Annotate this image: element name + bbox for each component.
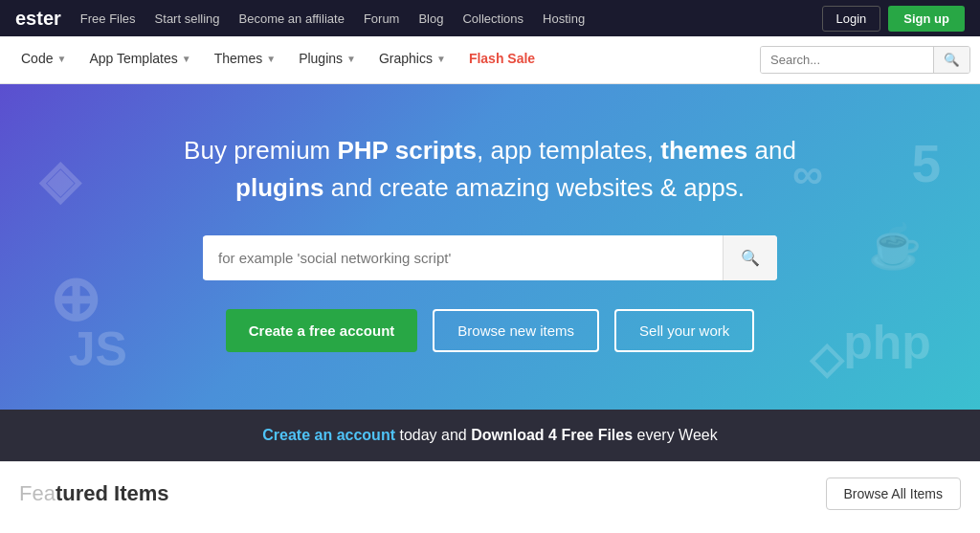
top-navigation: ester Free Files Start selling Become an…	[0, 0, 980, 36]
search-icon: 🔍	[944, 53, 960, 67]
sec-nav-app-templates[interactable]: App Templates ▼	[78, 36, 202, 84]
featured-section: Featured Items Browse All Items	[0, 461, 980, 525]
hero-bold-1: PHP scripts	[338, 136, 477, 165]
search-icon: 🔍	[741, 250, 760, 266]
chevron-down-icon: ▼	[56, 54, 66, 64]
hero-bold-3: plugins	[235, 173, 323, 202]
brand-logo: ester	[15, 8, 61, 30]
sec-nav-graphics-label: Graphics	[379, 51, 433, 66]
hero-search-input[interactable]	[203, 236, 723, 279]
browse-all-items-button[interactable]: Browse All Items	[826, 477, 961, 510]
sec-nav-items: Code ▼ App Templates ▼ Themes ▼ Plugins …	[10, 36, 760, 84]
sec-nav-graphics[interactable]: Graphics ▼	[368, 36, 457, 84]
nav-link-collections[interactable]: Collections	[462, 11, 523, 26]
promo-banner: Create an account today and Download 4 F…	[0, 410, 980, 461]
nav-link-free-files[interactable]: Free Files	[80, 11, 136, 26]
magento-icon: ◇	[810, 333, 843, 384]
featured-title-prefix: Fea	[19, 481, 56, 505]
top-nav-left: ester Free Files Start selling Become an…	[15, 8, 585, 30]
opencart-icon: ∞	[792, 149, 823, 199]
promo-text-3: every Week	[633, 427, 718, 443]
sec-nav-themes-label: Themes	[214, 51, 263, 66]
create-account-button[interactable]: Create a free account	[226, 309, 418, 352]
sec-nav-search: 🔍	[760, 46, 970, 74]
featured-title-main: tured Items	[56, 481, 169, 505]
nav-link-become-affiliate[interactable]: Become an affiliate	[239, 11, 345, 26]
js-icon: JS	[69, 322, 127, 377]
sec-nav-code-label: Code	[21, 51, 53, 66]
java-icon: ☕	[868, 221, 922, 272]
nav-link-blog[interactable]: Blog	[418, 11, 443, 26]
search-button[interactable]: 🔍	[933, 47, 969, 73]
promo-bold: Download 4 Free Files	[471, 427, 633, 443]
sec-nav-flash-sale-label: Flash Sale	[469, 51, 535, 66]
sec-nav-plugins[interactable]: Plugins ▼	[287, 36, 368, 84]
hero-search-container: 🔍	[203, 235, 777, 280]
featured-title: Featured Items	[19, 481, 169, 506]
sec-nav-themes[interactable]: Themes ▼	[203, 36, 287, 84]
nav-link-hosting[interactable]: Hosting	[543, 11, 585, 26]
promo-highlight: Create an account	[262, 427, 395, 443]
sec-nav-app-templates-label: App Templates	[89, 51, 177, 66]
html5-icon: 5	[911, 133, 941, 194]
wordpress-icon: ⊕	[49, 263, 100, 335]
hero-headline: Buy premium PHP scripts, app templates, …	[184, 132, 796, 207]
search-box: 🔍	[760, 46, 970, 74]
hero-bold-2: themes	[660, 136, 747, 165]
sell-work-button[interactable]: Sell your work	[614, 309, 754, 352]
hero-buttons: Create a free account Browse new items S…	[226, 309, 755, 352]
hero-search-button[interactable]: 🔍	[723, 235, 777, 280]
unity-icon: ◈	[39, 149, 79, 211]
top-nav-right: Login Sign up	[822, 6, 965, 32]
hero-section: ◈ ⊕ JS 5 ☕ php ◇ ∞ Buy premium PHP scrip…	[0, 84, 980, 410]
secondary-navigation: Code ▼ App Templates ▼ Themes ▼ Plugins …	[0, 36, 980, 84]
browse-new-items-button[interactable]: Browse new items	[433, 309, 599, 352]
nav-link-forum[interactable]: Forum	[364, 11, 400, 26]
chevron-down-icon: ▼	[346, 54, 356, 64]
top-nav-links: Free Files Start selling Become an affil…	[80, 11, 585, 26]
php-icon: php	[843, 315, 931, 370]
chevron-down-icon: ▼	[266, 54, 276, 64]
signup-button[interactable]: Sign up	[888, 6, 965, 32]
login-button[interactable]: Login	[822, 6, 881, 32]
search-input[interactable]	[761, 47, 933, 73]
chevron-down-icon: ▼	[436, 54, 446, 64]
sec-nav-code[interactable]: Code ▼	[10, 36, 78, 84]
sec-nav-plugins-label: Plugins	[299, 51, 343, 66]
promo-text-2: today and	[395, 427, 471, 443]
nav-link-start-selling[interactable]: Start selling	[155, 11, 220, 26]
sec-nav-flash-sale[interactable]: Flash Sale	[457, 36, 546, 84]
chevron-down-icon: ▼	[182, 54, 191, 64]
